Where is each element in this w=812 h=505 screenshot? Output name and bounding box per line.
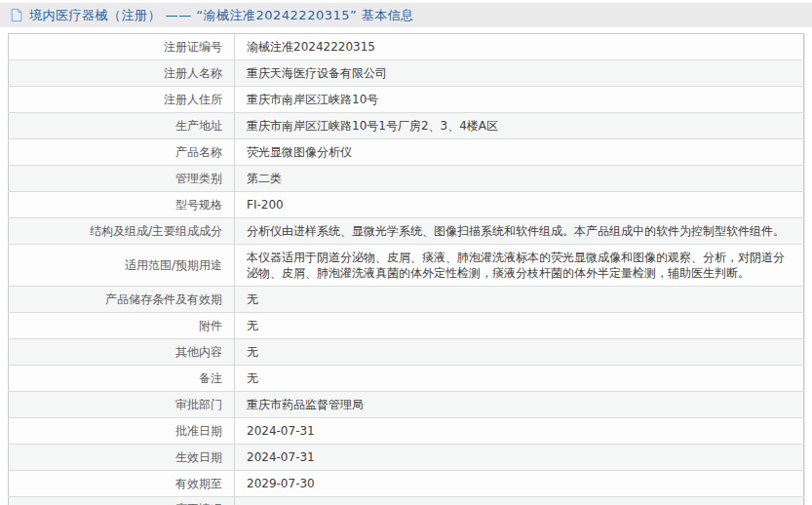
row-label-text: 产品储存条件及有效期 xyxy=(105,292,222,306)
info-row: 其他内容 无 xyxy=(9,339,804,366)
info-row: 管理类别 第二类 xyxy=(9,166,804,192)
info-row: 批准日期 2024-07-31 xyxy=(9,418,804,445)
row-value: 本仪器适用于阴道分泌物、皮屑、痰液、肺泡灌洗液标本的荧光显微成像和图像的观察、分… xyxy=(235,245,804,287)
row-value: 荧光显微图像分析仪 xyxy=(235,139,804,166)
row-label-text: 型号规格 xyxy=(175,198,222,212)
info-row: 产品储存条件及有效期 无 xyxy=(9,287,804,313)
row-label: 有效期至 xyxy=(9,471,235,497)
row-value: 2029-07-30 xyxy=(235,471,804,497)
row-label: 型号规格 xyxy=(9,192,235,218)
row-label-text: 适用范围/预期用途 xyxy=(125,258,222,272)
row-label-text: 备注 xyxy=(199,371,222,385)
row-label: 管理类别 xyxy=(9,166,235,192)
document-icon xyxy=(10,8,23,22)
row-value: 无 xyxy=(235,313,804,339)
row-value: FI-200 xyxy=(235,192,804,218)
info-row: 注册证编号 渝械注准20242220315 xyxy=(9,34,804,60)
info-row: 适用范围/预期用途 本仪器适用于阴道分泌物、皮屑、痰液、肺泡灌洗液标本的荧光显微… xyxy=(9,245,804,287)
row-label: 备注 xyxy=(9,366,235,392)
row-value: 无 xyxy=(235,366,804,392)
info-table-body: 注册证编号 渝械注准20242220315 注册人名称 重庆天海医疗设备有限公司… xyxy=(9,34,804,505)
info-row: 有效期至 2029-07-30 xyxy=(9,471,804,497)
row-value: 重庆天海医疗设备有限公司 xyxy=(235,60,804,87)
row-label: 结构及组成/主要组成成分 xyxy=(9,218,235,245)
row-label: 审批部门 xyxy=(9,392,235,418)
row-label: 变更情况 xyxy=(9,497,235,505)
row-value: 第二类 xyxy=(235,166,804,192)
row-label: 附件 xyxy=(9,313,235,339)
info-row: 审批部门 重庆市药品监督管理局 xyxy=(9,392,804,418)
row-value: 2024-07-31 xyxy=(235,445,804,471)
row-label: 其他内容 xyxy=(9,339,235,366)
row-value: 分析仪由进样系统、显微光学系统、图像扫描系统和软件组成。本产品组成中的软件为控制… xyxy=(235,218,804,245)
row-label: 生效日期 xyxy=(9,445,235,471)
row-label-text: 注册人住所 xyxy=(164,93,222,106)
row-value xyxy=(235,497,804,505)
row-value: 重庆市药品监督管理局 xyxy=(235,392,804,418)
row-label-text: 审批部门 xyxy=(175,398,222,411)
row-value: 无 xyxy=(235,339,804,366)
info-row: 附件 无 xyxy=(9,313,804,339)
row-label: 产品名称 xyxy=(9,139,235,166)
info-row: 产品名称 荧光显微图像分析仪 xyxy=(9,139,804,166)
row-label-text: 批准日期 xyxy=(175,424,222,438)
row-label: 适用范围/预期用途 xyxy=(9,245,235,287)
row-label: 注册人住所 xyxy=(9,87,235,113)
info-row: 生效日期 2024-07-31 xyxy=(9,445,804,471)
row-value: 渝械注准20242220315 xyxy=(235,34,804,60)
row-label: 生产地址 xyxy=(9,113,235,139)
row-label-text: 注册证编号 xyxy=(164,40,222,54)
row-value: 重庆市南岸区江峡路10号 xyxy=(235,87,804,113)
row-label-text: 管理类别 xyxy=(175,172,222,185)
row-label: 注册证编号 xyxy=(9,34,235,60)
registration-info-panel: 注册证编号 渝械注准20242220315 注册人名称 重庆天海医疗设备有限公司… xyxy=(8,33,804,505)
row-label-text: 其他内容 xyxy=(175,345,222,359)
row-label-text: 结构及组成/主要组成成分 xyxy=(90,224,222,238)
row-value: 重庆市南岸区江峡路10号1号厂房2、3、4楼A区 xyxy=(235,113,804,139)
info-row: 变更情况 xyxy=(9,497,804,505)
row-label: 批准日期 xyxy=(9,418,235,445)
info-row: 生产地址 重庆市南岸区江峡路10号1号厂房2、3、4楼A区 xyxy=(9,113,804,139)
info-row: 备注 无 xyxy=(9,366,804,392)
row-value: 无 xyxy=(235,287,804,313)
page-titlebar: 境内医疗器械（注册） —— “渝械注准20242220315” 基本信息 xyxy=(0,3,812,27)
row-label-text: 有效期至 xyxy=(175,477,222,490)
info-row: 注册人名称 重庆天海医疗设备有限公司 xyxy=(9,60,804,87)
row-label-text: 注册人名称 xyxy=(164,66,222,80)
row-label-text: 生产地址 xyxy=(175,119,222,133)
row-label-text: 附件 xyxy=(199,319,222,332)
page-title: 境内医疗器械（注册） —— “渝械注准20242220315” 基本信息 xyxy=(29,7,414,24)
registration-info-table: 注册证编号 渝械注准20242220315 注册人名称 重庆天海医疗设备有限公司… xyxy=(8,33,804,505)
row-label-text: 生效日期 xyxy=(175,450,222,464)
row-value: 2024-07-31 xyxy=(235,418,804,445)
row-label: 注册人名称 xyxy=(9,60,235,87)
row-label-text: 产品名称 xyxy=(175,145,222,159)
info-row: 结构及组成/主要组成成分 分析仪由进样系统、显微光学系统、图像扫描系统和软件组成… xyxy=(9,218,804,245)
info-row: 注册人住所 重庆市南岸区江峡路10号 xyxy=(9,87,804,113)
row-label: 产品储存条件及有效期 xyxy=(9,287,235,313)
info-row: 型号规格 FI-200 xyxy=(9,192,804,218)
